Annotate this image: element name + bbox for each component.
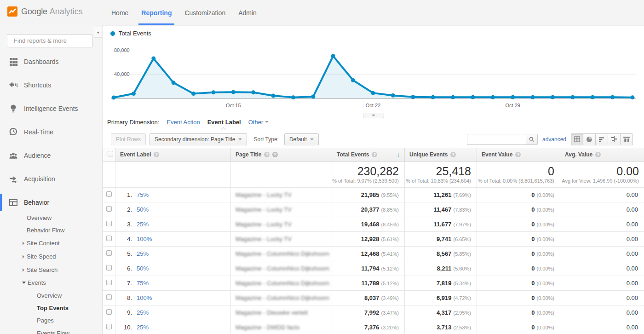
row-checkbox[interactable] <box>106 324 112 329</box>
nav-tab-home[interactable]: Home <box>105 0 135 25</box>
sidebar-item-pages[interactable]: Pages <box>0 314 102 327</box>
sidebar-item-top-events[interactable]: Top Events <box>0 302 102 314</box>
search-icon <box>529 137 535 142</box>
avg-value-cell: 0.00 <box>560 202 644 217</box>
help-icon[interactable]: ? <box>515 152 521 157</box>
table-search-input[interactable] <box>467 134 526 145</box>
sidebar-item-site-speed[interactable]: Site Speed <box>0 250 102 263</box>
sidebar-item-behavior[interactable]: Behavior <box>0 196 102 209</box>
sort-type-dropdown[interactable]: Default <box>284 133 319 145</box>
event-label-link[interactable]: 100% <box>137 236 152 242</box>
event-label-link[interactable]: 25% <box>137 221 149 228</box>
help-icon[interactable]: ? <box>154 152 159 157</box>
nav-tab-customization[interactable]: Customization <box>178 0 232 25</box>
table-row: 10.25%Magazine - DWDD facts7,376(3.20%)3… <box>103 320 644 334</box>
event-value-cell: 0(0.00%) <box>477 261 560 276</box>
event-label-link[interactable]: 25% <box>137 250 149 257</box>
acquisition-icon <box>9 175 17 183</box>
report-search[interactable] <box>7 34 92 47</box>
nav-tab-reporting[interactable]: Reporting <box>135 0 178 25</box>
row-checkbox[interactable] <box>106 250 112 256</box>
table-search-button[interactable] <box>526 134 538 145</box>
sidebar-item-acquisition[interactable]: Acquisition <box>0 172 102 186</box>
page-title-value: Magazine - Lucky TV <box>236 191 292 198</box>
dimension-event-action-link[interactable]: Event Action <box>167 119 200 126</box>
event-label-link[interactable]: 25% <box>137 324 149 331</box>
row-checkbox[interactable] <box>106 309 112 315</box>
analytics-logo-icon <box>7 6 17 17</box>
sidebar-item-events-flow[interactable]: Events Flow <box>0 327 102 334</box>
row-number: 6. <box>121 265 132 272</box>
help-icon[interactable]: ? <box>372 152 377 157</box>
page-title-value: Magazine - Lucky TV <box>236 206 292 213</box>
sidebar-item-site-search[interactable]: Site Search <box>0 264 102 276</box>
row-checkbox[interactable] <box>106 280 112 285</box>
sidebar-item-real-time[interactable]: Real-Time <box>0 125 102 139</box>
total-events-cell: 19,468(8.45%) <box>332 217 405 231</box>
sidebar-item-shortcuts[interactable]: Shortcuts <box>0 78 102 92</box>
percentage-view-icon[interactable] <box>583 133 596 145</box>
table-totals-row: 230,282 % of Total: 9.07% (2,539,500) 25… <box>103 161 644 187</box>
avg-value-cell: 0.00 <box>560 261 644 276</box>
row-checkbox[interactable] <box>106 236 112 241</box>
comparison-view-icon[interactable] <box>608 133 621 145</box>
event-label-link[interactable]: 50% <box>137 206 149 213</box>
sidebar-item-events[interactable]: Events <box>0 276 102 289</box>
plot-rows-button[interactable]: Plot Rows <box>111 133 146 145</box>
event-label-link[interactable]: 75% <box>137 280 149 287</box>
row-checkbox[interactable] <box>106 221 112 226</box>
svg-text:Oct 15: Oct 15 <box>226 103 241 108</box>
row-checkbox[interactable] <box>106 294 112 300</box>
sidebar-item-events-overview[interactable]: Overview <box>0 289 102 302</box>
column-header-page-title[interactable]: Page Title?✕ <box>231 148 332 161</box>
event-value-cell: 0(0.00%) <box>477 217 560 231</box>
event-value-cell: 0(0.00%) <box>477 202 560 217</box>
sidebar-item-audience[interactable]: Audience <box>0 149 102 162</box>
help-icon[interactable]: ? <box>264 152 270 157</box>
remove-column-icon[interactable]: ✕ <box>272 152 278 157</box>
event-value-cell: 0(0.00%) <box>477 276 560 290</box>
total-events-cell: 20,377(8.85%) <box>332 202 405 217</box>
row-checkbox[interactable] <box>106 191 112 197</box>
sidebar-collapse-button[interactable]: ◂ <box>94 27 102 38</box>
event-label-link[interactable]: 25% <box>137 309 149 316</box>
dimension-other-dropdown[interactable]: Other <box>248 119 269 126</box>
dimension-event-label-selected[interactable]: Event Label <box>207 119 241 126</box>
event-label-link[interactable]: 50% <box>137 265 149 272</box>
sidebar-item-site-content[interactable]: Site Content <box>0 237 102 249</box>
shortcuts-icon <box>9 81 17 89</box>
help-icon[interactable]: ? <box>450 152 456 157</box>
help-icon[interactable]: ? <box>595 152 601 157</box>
google-analytics-logo[interactable]: Google Analytics <box>7 6 83 17</box>
search-input[interactable] <box>14 37 95 44</box>
row-number: 8. <box>121 294 132 301</box>
unique-events-cell: 8,567(5.85%) <box>405 246 477 261</box>
table-row: 4.100%Magazine - Lucky TV12,928(5.61%)9,… <box>103 231 644 246</box>
avg-value-cell: 0.00 <box>560 231 644 246</box>
sidebar-item-behavior-overview[interactable]: Overview <box>0 212 102 224</box>
select-all-checkbox[interactable] <box>108 151 113 156</box>
page-title-value: Magazine - Lucky TV <box>236 236 292 242</box>
chart-collapse-tab[interactable] <box>363 113 384 118</box>
nav-tab-admin[interactable]: Admin <box>232 0 263 25</box>
secondary-dimension-dropdown[interactable]: Secondary dimension: Page Title <box>150 133 247 145</box>
sidebar-item-intelligence-events[interactable]: Intelligence Events <box>0 102 102 115</box>
column-header-event-value[interactable]: Event Value? <box>477 148 560 161</box>
sidebar-item-behavior-flow[interactable]: Behavior Flow <box>0 224 102 236</box>
column-header-unique-events[interactable]: Unique Events? <box>405 148 477 161</box>
row-checkbox[interactable] <box>106 265 112 271</box>
column-header-avg-value[interactable]: Avg. Value? <box>560 148 644 161</box>
advanced-search-link[interactable]: advanced <box>542 136 566 143</box>
table-view-icon[interactable] <box>571 133 583 145</box>
chevron-right-icon <box>23 268 24 272</box>
row-checkbox[interactable] <box>106 206 112 212</box>
page-title-value: Magazine - ColumnNico Dijkshoorn <box>236 280 329 287</box>
column-header-total-events[interactable]: Total Events?↓ <box>332 148 405 161</box>
pivot-view-icon[interactable] <box>621 133 633 145</box>
event-value-cell: 0(0.00%) <box>477 246 560 261</box>
sidebar-item-dashboards[interactable]: Dashboards <box>0 55 102 69</box>
event-label-link[interactable]: 100% <box>137 294 152 301</box>
column-header-event-label[interactable]: Event Label? <box>115 148 231 161</box>
event-label-link[interactable]: 75% <box>137 191 149 198</box>
performance-view-icon[interactable] <box>596 133 608 145</box>
